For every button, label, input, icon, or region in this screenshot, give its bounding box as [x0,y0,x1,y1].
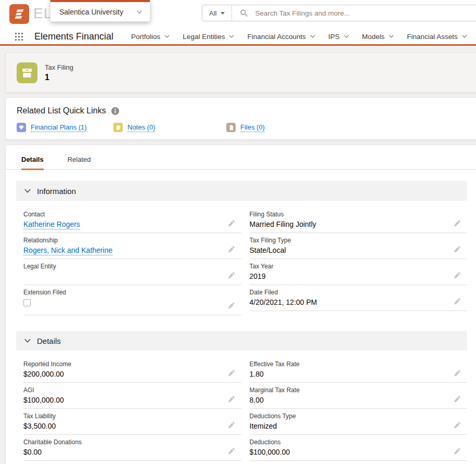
entity-type-label: Tax Filing [45,63,73,71]
nav-tab-portfolios[interactable]: Portfolios [131,33,170,41]
field-filing-status: Filing StatusMarried Filing Jointly [250,207,468,233]
inline-edit-button[interactable] [227,420,236,430]
inline-edit-button[interactable] [227,368,236,378]
nav-tab-legal-entities[interactable]: Legal Entities [183,33,234,41]
field-label: Tax Filing Type [250,237,452,244]
quick-link[interactable]: Financial Plans (1) [31,123,87,132]
section-details: DetailsReported Income$200,000.00AGI$100… [16,331,467,461]
salesforce-record-page: { "header": { "logo_text": "EL", "org_se… [0,0,476,464]
field-date-filed: Date Filed4/20/2021, 12:00 PM [250,285,468,311]
field-label: Charitable Donations [23,439,226,446]
inline-edit-button[interactable] [453,218,462,228]
nav-tab-financial-assets[interactable]: Financial Assets [407,33,467,41]
field-value: $100,000.00 [23,396,226,405]
inline-edit-button[interactable] [453,394,462,404]
field-value [23,272,226,281]
inline-edit-button[interactable] [453,297,462,306]
field-value: $0.00 [23,448,226,457]
app-launcher-icon[interactable] [15,32,23,41]
inline-edit-button[interactable] [453,368,462,378]
field-marginal-tax-rate: Marginal Tax Rate8.00 [250,383,468,409]
record-identity: Tax Filing 1 [45,63,73,82]
inline-edit-button[interactable] [453,244,462,254]
inline-edit-button[interactable] [227,218,236,228]
record-detail-card: DetailsRelated InformationContactKatheri… [5,145,476,464]
inline-edit-button[interactable] [453,446,462,456]
field-value: Itemized [250,422,452,431]
chevron-down-icon [136,9,143,15]
chevron-down-icon [344,34,349,39]
salentica-elements-logo-icon [9,4,29,24]
quick-link[interactable]: Notes (0) [127,123,155,132]
field-contact: ContactKatherine Rogers [23,207,241,233]
quick-link-item-files-0: Files (0) [226,123,265,132]
inline-edit-button[interactable] [227,446,236,456]
field-label: Deductions Type [250,413,452,420]
field-label: Contact [23,211,226,218]
field-charitable-donations: Charitable Donations$0.00 [23,435,241,461]
nav-tab-label: Legal Entities [183,33,225,41]
files-icon [226,123,236,132]
chevron-down-icon [462,34,467,39]
field-label: Effective Tax Rate [250,360,452,368]
section-title: Details [37,337,61,345]
nav-tab-financial-accounts[interactable]: Financial Accounts [247,33,315,41]
section-header-information[interactable]: Information [16,181,467,201]
search-scope-label: All [209,9,216,17]
search-scope-selector[interactable]: All [202,5,231,21]
quick-links-row: Financial Plans (1)Notes (0)Files (0) [17,123,476,132]
inline-edit-button[interactable] [453,270,462,280]
field-value: 1.80 [250,370,452,379]
chevron-down-icon [229,34,234,39]
field-tax-filing-type: Tax Filing TypeState/Local [250,233,468,259]
quick-links-title: Related List Quick Links [17,106,106,115]
nav-tab-ips[interactable]: IPS [328,33,349,41]
chevron-down-icon [24,187,31,195]
field-agi: AGI$100,000.00 [23,383,241,409]
field-grid: Reported Income$200,000.00AGI$100,000.00… [23,357,467,461]
field-value: $3,500.00 [23,422,226,431]
field-value: $200,000.00 [23,370,226,379]
field-value-link[interactable]: Katherine Rogers [23,220,80,229]
quick-link-item-financial-plans-1: Financial Plans (1) [17,123,113,132]
record-tabs: DetailsRelated [6,156,476,170]
info-icon[interactable] [111,107,119,115]
field-value: 8.00 [250,396,452,405]
field-deductions: Deductions$100,000.00 [250,435,468,461]
tab-related[interactable]: Related [68,156,91,170]
section-header-details[interactable]: Details [16,331,467,351]
nav-tab-models[interactable]: Models [362,33,394,41]
inline-edit-button[interactable] [453,420,462,430]
inline-edit-button[interactable] [227,270,236,280]
global-header: EL Salentica University All Search Tax F… [0,0,476,29]
extension-filed-checkbox[interactable] [23,299,31,306]
record-name: 1 [45,73,73,82]
org-selector-dropdown[interactable]: Salentica University [50,0,150,22]
field-value: $100,000.00 [250,448,452,457]
inline-edit-button[interactable] [227,394,236,404]
chevron-down-icon [164,34,170,39]
search-placeholder: Search Tax Filings and more... [255,9,350,17]
inline-edit-button[interactable] [227,301,236,310]
field-label: Extension Filed [23,289,226,296]
notes-icon [113,123,123,132]
field-extension-filed: Extension Filed [23,285,241,315]
field-label: Filing Status [250,211,452,218]
financial-plans-icon [17,123,26,132]
record-sections: InformationContactKatherine RogersRelati… [6,181,476,461]
field-label: Relationship [23,237,226,244]
inline-edit-button[interactable] [227,244,236,254]
chevron-down-icon [310,34,315,39]
field-effective-tax-rate: Effective Tax Rate1.80 [250,357,468,383]
field-value-link[interactable]: Rogers, Nick and Katherine [23,246,112,255]
quick-link[interactable]: Files (0) [240,123,265,132]
nav-tab-label: Portfolios [131,33,160,41]
field-label: AGI [23,386,226,394]
search-input[interactable]: Search Tax Filings and more... [232,5,476,21]
field-label: Marginal Tax Rate [250,386,452,394]
nav-tab-label: IPS [328,33,340,41]
field-reported-income: Reported Income$200,000.00 [23,357,241,383]
field-tax-liability: Tax Liability$3,500.00 [23,409,241,435]
field-label: Date Filed [250,289,452,296]
tab-details[interactable]: Details [21,156,44,170]
